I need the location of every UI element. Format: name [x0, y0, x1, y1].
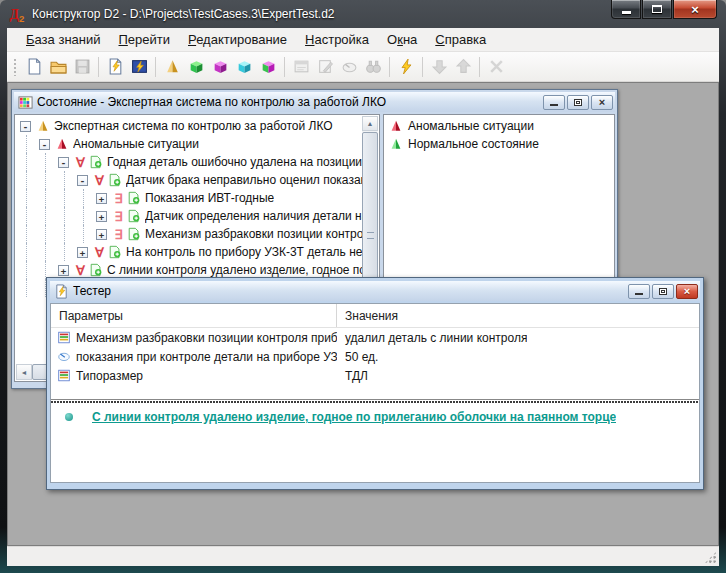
menu-help[interactable]: Справка [426, 29, 495, 50]
arrow-down-button[interactable] [427, 55, 451, 79]
d2-app-icon [9, 6, 26, 23]
tree-expander[interactable]: + [96, 193, 107, 204]
close-icon: × [691, 3, 699, 16]
tree-row[interactable]: - ∀ Годная деталь ошибочно удалена на по… [17, 153, 362, 171]
cone-red-icon [55, 137, 69, 151]
tree-row[interactable]: + ∃ Датчик определения наличия детали на [17, 207, 362, 225]
list-item[interactable]: Аномальные ситуации [384, 117, 614, 135]
new-document-button[interactable] [22, 55, 46, 79]
menu-settings[interactable]: Настройка [296, 29, 378, 50]
arrow-up-button[interactable] [451, 55, 475, 79]
result-link[interactable]: С линии контроля удалено изделие, годное… [92, 410, 616, 424]
doc-green-icon [127, 227, 141, 241]
save-button[interactable] [70, 55, 94, 79]
toolbar-grip[interactable] [13, 58, 18, 76]
forall-icon: ∀ [92, 173, 107, 188]
tree-row[interactable]: + ∃ Показания ИВТ-годные [17, 189, 362, 207]
tree-expander[interactable]: - [39, 139, 50, 150]
menu-goto[interactable]: Перейти [110, 29, 180, 50]
edit-page-button[interactable] [313, 55, 337, 79]
gauge-icon [57, 350, 71, 363]
result-row: С линии контроля удалено изделие, годное… [51, 405, 699, 429]
main-titlebar[interactable]: Конструктор D2 - D:\Projects\TestCases.3… [0, 0, 726, 28]
lightning-button[interactable] [394, 55, 418, 79]
tester-window-icon [54, 284, 69, 299]
delete-button[interactable] [484, 55, 508, 79]
exists-icon: ∃ [111, 209, 126, 224]
status-bar [7, 546, 719, 566]
state-close-button[interactable]: × [591, 95, 613, 110]
arrow-up-icon [455, 58, 472, 75]
tester-window-title: Тестер [73, 284, 626, 298]
open-folder-button[interactable] [46, 55, 70, 79]
tree-expander[interactable]: - [77, 175, 88, 186]
cube-green-icon [188, 58, 205, 75]
tree-row[interactable]: - Аномальные ситуации [17, 135, 362, 153]
cone-yellow-button[interactable] [160, 55, 184, 79]
cone-red-icon [389, 119, 403, 133]
cube-cyan-button[interactable] [232, 55, 256, 79]
column-header-parameters[interactable]: Параметры [51, 304, 337, 327]
tester-table-header: Параметры Значения [51, 304, 699, 328]
doc-green-icon [89, 155, 103, 169]
doc-green-icon [127, 209, 141, 223]
exists-icon: ∃ [111, 191, 126, 206]
tree-expander[interactable]: + [96, 211, 107, 222]
scroll-left-arrow-icon[interactable]: ◄ [16, 364, 32, 380]
doc-green-icon [89, 263, 103, 277]
cone-yellow-icon [36, 119, 50, 133]
menu-edit[interactable]: Редактирование [179, 29, 296, 50]
table-row[interactable]: показания при контроле детали на приборе… [51, 347, 699, 366]
menu-windows[interactable]: Окна [378, 29, 426, 50]
column-header-values[interactable]: Значения [337, 309, 398, 323]
tester-window: Тестер × Параметры Значения Механизм раз… [46, 277, 704, 490]
tree-expander[interactable]: + [58, 265, 69, 276]
resize-grip[interactable] [704, 551, 717, 564]
tester-minimize-button[interactable] [628, 284, 650, 299]
tree-row[interactable]: - Экспертная система по контролю за рабо… [17, 117, 362, 135]
tester-close-button[interactable]: × [676, 284, 698, 299]
tree-row[interactable]: + ∀ На контроль по прибору УЗК-3Т деталь… [17, 243, 362, 261]
toolbar [7, 52, 719, 82]
state-minimize-button[interactable] [543, 95, 565, 110]
minimize-button[interactable] [611, 0, 641, 19]
page-lightning-button[interactable] [103, 55, 127, 79]
state-window-title: Состояние - Экспертная система по контро… [37, 95, 541, 109]
tree-row[interactable]: - ∀ Датчик брака неправильно оценил пока… [17, 171, 362, 189]
table-row[interactable]: Типоразмер ТДЛ [51, 366, 699, 385]
doc-green-icon [108, 245, 122, 259]
disk-lightning-button[interactable] [127, 55, 151, 79]
tester-titlebar[interactable]: Тестер × [50, 281, 700, 301]
result-bullet-icon [65, 413, 73, 421]
properties-button[interactable] [289, 55, 313, 79]
tree-expander[interactable]: - [20, 121, 31, 132]
save-icon [74, 58, 91, 75]
tree-row[interactable]: + ∃ Механизм разбраковки позиции контрол [17, 225, 362, 243]
doc-green-icon [127, 191, 141, 205]
gauge-button[interactable] [337, 55, 361, 79]
maximize-button[interactable] [642, 0, 672, 19]
list-icon [57, 331, 71, 344]
tree-expander[interactable]: + [96, 229, 107, 240]
cone-green-icon [389, 137, 403, 151]
cube-multicolor-button[interactable] [256, 55, 280, 79]
cube-green-button[interactable] [184, 55, 208, 79]
tree-expander[interactable]: + [77, 247, 88, 258]
scroll-up-arrow-icon[interactable]: ▲ [362, 116, 378, 131]
table-row[interactable]: Механизм разбраковки позиции контроля пр… [51, 328, 699, 347]
tree-expander[interactable]: - [58, 157, 69, 168]
list-item[interactable]: Нормальное состояние [384, 135, 614, 153]
toolbar-separator [155, 57, 156, 77]
state-restore-button[interactable] [567, 95, 589, 110]
close-button[interactable]: × [673, 0, 717, 19]
cube-magenta-icon [212, 58, 229, 75]
new-document-icon [26, 58, 43, 75]
tester-restore-button[interactable] [652, 284, 674, 299]
cube-magenta-button[interactable] [208, 55, 232, 79]
properties-icon [293, 58, 310, 75]
toolbar-separator [98, 57, 99, 77]
forall-icon: ∀ [73, 263, 88, 278]
binoculars-button[interactable] [361, 55, 385, 79]
state-window-titlebar[interactable]: Состояние - Экспертная система по контро… [14, 92, 615, 112]
menu-knowledge-base[interactable]: База знаний [17, 29, 110, 50]
